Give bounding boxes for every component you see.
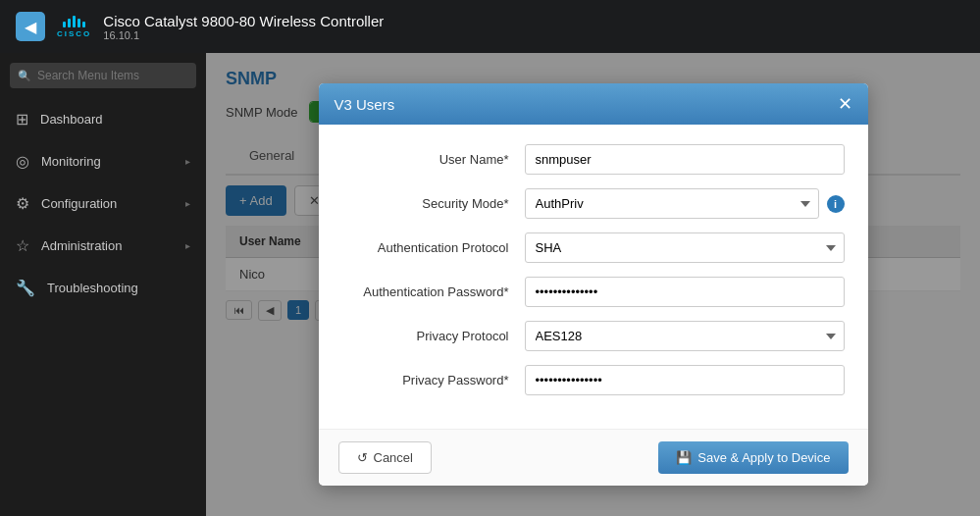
modal-title: V3 Users (335, 96, 395, 113)
sidebar-item-label: Troubleshooting (47, 281, 138, 295)
save-apply-button[interactable]: 💾 Save & Apply to Device (658, 441, 848, 474)
sidebar-item-label: Dashboard (40, 112, 103, 127)
security-mode-select-wrap: NoAuth AuthNoPriv AuthPriv i (525, 188, 845, 219)
auth-password-input[interactable] (525, 277, 845, 307)
app-subtitle: 16.10.1 (103, 29, 384, 41)
content-area: SNMP SNMP Mode ENABLED 👁 General Communi… (206, 53, 980, 516)
auth-protocol-label: Authentication Protocol (342, 240, 509, 255)
auth-protocol-row: Authentication Protocol MD5 SHA (342, 232, 845, 263)
search-input[interactable] (10, 63, 196, 88)
sidebar-item-label: Monitoring (41, 154, 101, 169)
cisco-logo: CISCO (57, 16, 91, 38)
security-mode-label: Security Mode* (342, 196, 509, 211)
chevron-right-icon: ▸ (185, 240, 190, 251)
username-row: User Name* (342, 144, 845, 175)
sidebar-item-label: Configuration (41, 196, 117, 211)
chevron-right-icon: ▸ (185, 156, 190, 167)
info-icon[interactable]: i (827, 195, 845, 213)
dashboard-icon: ⊞ (16, 110, 28, 129)
sidebar-item-label: Administration (41, 238, 122, 253)
auth-password-label: Authentication Password* (342, 284, 509, 299)
privacy-password-input[interactable] (525, 365, 845, 395)
modal-footer: ↺ Cancel 💾 Save & Apply to Device (319, 429, 868, 486)
configuration-icon: ⚙ (16, 194, 29, 213)
chevron-right-icon: ▸ (185, 198, 190, 209)
modal-body: User Name* Security Mode* NoAuth AuthNoP… (319, 125, 868, 429)
app-title: Cisco Catalyst 9800-80 Wireless Controll… (103, 13, 384, 29)
privacy-password-label: Privacy Password* (342, 373, 509, 387)
sidebar: 🔍 ⊞ Dashboard ◎ Monitoring ▸ ⚙ Configura… (0, 53, 206, 516)
modal-overlay: V3 Users ✕ User Name* Security Mode* (206, 53, 980, 516)
monitoring-icon: ◎ (16, 152, 29, 171)
username-input[interactable] (525, 144, 845, 175)
privacy-protocol-select[interactable]: DES AES128 AES192 AES256 (525, 321, 845, 351)
search-icon: 🔍 (18, 70, 31, 82)
search-box[interactable]: 🔍 (10, 63, 196, 88)
privacy-password-row: Privacy Password* (342, 365, 845, 395)
auth-password-row: Authentication Password* (342, 277, 845, 307)
security-mode-row: Security Mode* NoAuth AuthNoPriv AuthPri… (342, 188, 845, 219)
privacy-protocol-label: Privacy Protocol (342, 329, 509, 343)
back-button[interactable]: ◀ (16, 12, 45, 41)
privacy-protocol-row: Privacy Protocol DES AES128 AES192 AES25… (342, 321, 845, 351)
auth-protocol-select[interactable]: MD5 SHA (525, 232, 845, 263)
save-label: Save & Apply to Device (697, 450, 830, 465)
security-mode-select[interactable]: NoAuth AuthNoPriv AuthPriv (525, 188, 819, 219)
administration-icon: ☆ (16, 236, 29, 255)
cancel-label: Cancel (374, 450, 413, 465)
sidebar-item-troubleshooting[interactable]: 🔧 Troubleshooting (0, 267, 206, 309)
sidebar-item-administration[interactable]: ☆ Administration ▸ (0, 225, 206, 267)
sidebar-item-dashboard[interactable]: ⊞ Dashboard (0, 98, 206, 140)
save-icon: 💾 (676, 450, 692, 465)
back-icon: ◀ (25, 18, 36, 36)
v3-users-modal: V3 Users ✕ User Name* Security Mode* (319, 83, 868, 486)
modal-header: V3 Users ✕ (319, 83, 868, 125)
sidebar-item-configuration[interactable]: ⚙ Configuration ▸ (0, 182, 206, 225)
cancel-button[interactable]: ↺ Cancel (338, 441, 432, 474)
username-label: User Name* (342, 152, 509, 167)
cancel-icon: ↺ (357, 450, 368, 465)
troubleshooting-icon: 🔧 (16, 279, 35, 297)
top-header: ◀ CISCO Cisco Catalyst 9800-80 Wireless … (0, 0, 980, 53)
modal-close-button[interactable]: ✕ (838, 95, 852, 113)
sidebar-item-monitoring[interactable]: ◎ Monitoring ▸ (0, 140, 206, 182)
